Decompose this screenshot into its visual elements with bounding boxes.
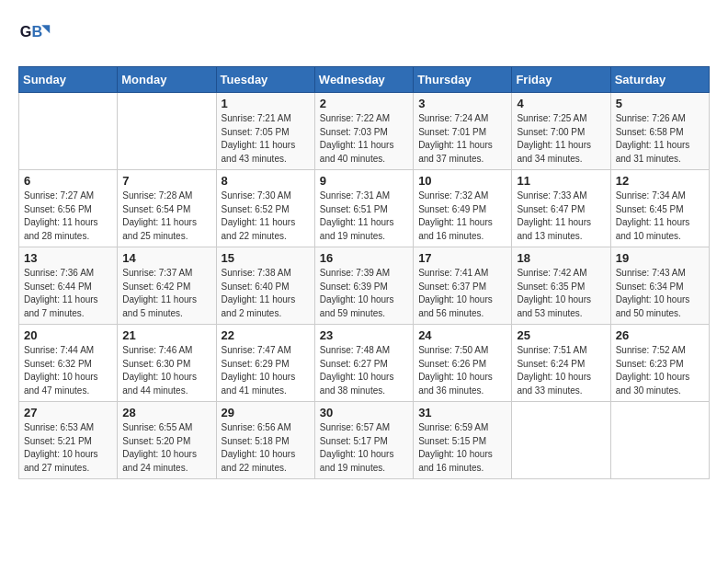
- day-info: Sunrise: 7:31 AM Sunset: 6:51 PM Dayligh…: [320, 190, 408, 243]
- calendar-cell: 23Sunrise: 7:48 AM Sunset: 6:27 PM Dayli…: [314, 325, 413, 402]
- day-info: Sunrise: 7:41 AM Sunset: 6:37 PM Dayligh…: [418, 267, 506, 320]
- day-info: Sunrise: 7:37 AM Sunset: 6:42 PM Dayligh…: [122, 267, 210, 320]
- day-number: 25: [517, 328, 605, 342]
- svg-text:B: B: [31, 23, 42, 40]
- day-number: 1: [222, 97, 310, 110]
- calendar-cell: 16Sunrise: 7:39 AM Sunset: 6:39 PM Dayli…: [314, 247, 413, 325]
- day-number: 27: [24, 406, 112, 419]
- calendar-week-2: 6Sunrise: 7:27 AM Sunset: 6:56 PM Daylig…: [19, 170, 710, 247]
- calendar-week-1: 1Sunrise: 7:21 AM Sunset: 7:05 PM Daylig…: [19, 93, 710, 170]
- calendar-cell: [512, 402, 610, 479]
- calendar-cell: 2Sunrise: 7:22 AM Sunset: 7:03 PM Daylig…: [314, 93, 413, 170]
- calendar-cell: 14Sunrise: 7:37 AM Sunset: 6:42 PM Dayli…: [118, 247, 216, 325]
- day-number: 28: [122, 406, 210, 419]
- day-number: 6: [24, 174, 112, 188]
- day-info: Sunrise: 7:36 AM Sunset: 6:44 PM Dayligh…: [24, 267, 112, 320]
- day-number: 22: [222, 328, 310, 342]
- column-header-friday: Friday: [512, 67, 610, 93]
- day-number: 2: [320, 97, 408, 110]
- day-info: Sunrise: 7:33 AM Sunset: 6:47 PM Dayligh…: [517, 190, 605, 243]
- calendar-cell: 6Sunrise: 7:27 AM Sunset: 6:56 PM Daylig…: [19, 170, 118, 247]
- calendar-cell: 8Sunrise: 7:30 AM Sunset: 6:52 PM Daylig…: [216, 170, 314, 247]
- calendar-cell: 22Sunrise: 7:47 AM Sunset: 6:29 PM Dayli…: [216, 325, 314, 402]
- day-number: 24: [418, 328, 506, 342]
- calendar-cell: 15Sunrise: 7:38 AM Sunset: 6:40 PM Dayli…: [216, 247, 314, 325]
- day-info: Sunrise: 7:30 AM Sunset: 6:52 PM Dayligh…: [222, 190, 310, 243]
- column-header-wednesday: Wednesday: [314, 67, 413, 93]
- day-info: Sunrise: 7:48 AM Sunset: 6:27 PM Dayligh…: [320, 344, 408, 397]
- day-info: Sunrise: 7:51 AM Sunset: 6:24 PM Dayligh…: [517, 344, 605, 397]
- day-number: 19: [616, 251, 704, 265]
- day-number: 26: [616, 328, 704, 342]
- day-number: 7: [122, 174, 210, 188]
- day-number: 15: [222, 251, 310, 265]
- day-number: 12: [616, 174, 704, 188]
- day-number: 14: [122, 251, 210, 265]
- day-info: Sunrise: 7:47 AM Sunset: 6:29 PM Dayligh…: [222, 344, 310, 397]
- day-info: Sunrise: 7:28 AM Sunset: 6:54 PM Dayligh…: [122, 190, 210, 243]
- day-info: Sunrise: 7:21 AM Sunset: 7:05 PM Dayligh…: [222, 112, 310, 166]
- day-number: 8: [222, 174, 310, 188]
- page-header: G B: [18, 18, 710, 52]
- calendar-cell: 26Sunrise: 7:52 AM Sunset: 6:23 PM Dayli…: [610, 325, 709, 402]
- calendar-cell: 21Sunrise: 7:46 AM Sunset: 6:30 PM Dayli…: [118, 325, 216, 402]
- calendar-cell: 7Sunrise: 7:28 AM Sunset: 6:54 PM Daylig…: [118, 170, 216, 247]
- day-info: Sunrise: 7:43 AM Sunset: 6:34 PM Dayligh…: [616, 267, 704, 320]
- calendar-cell: 27Sunrise: 6:53 AM Sunset: 5:21 PM Dayli…: [19, 402, 118, 479]
- day-number: 17: [418, 251, 506, 265]
- day-info: Sunrise: 7:42 AM Sunset: 6:35 PM Dayligh…: [517, 267, 605, 320]
- day-info: Sunrise: 6:55 AM Sunset: 5:20 PM Dayligh…: [122, 421, 210, 475]
- day-number: 30: [320, 406, 408, 419]
- day-number: 20: [24, 328, 112, 342]
- day-info: Sunrise: 7:44 AM Sunset: 6:32 PM Dayligh…: [24, 344, 112, 397]
- column-header-saturday: Saturday: [610, 67, 709, 93]
- calendar-week-4: 20Sunrise: 7:44 AM Sunset: 6:32 PM Dayli…: [19, 325, 710, 402]
- calendar-cell: [19, 93, 118, 170]
- calendar-cell: 12Sunrise: 7:34 AM Sunset: 6:45 PM Dayli…: [610, 170, 709, 247]
- day-number: 9: [320, 174, 408, 188]
- day-info: Sunrise: 7:26 AM Sunset: 6:58 PM Dayligh…: [616, 112, 704, 166]
- day-number: 21: [122, 328, 210, 342]
- calendar-cell: [610, 402, 709, 479]
- calendar-week-3: 13Sunrise: 7:36 AM Sunset: 6:44 PM Dayli…: [19, 247, 710, 325]
- svg-marker-2: [41, 25, 50, 33]
- day-info: Sunrise: 7:34 AM Sunset: 6:45 PM Dayligh…: [616, 190, 704, 243]
- day-info: Sunrise: 7:22 AM Sunset: 7:03 PM Dayligh…: [320, 112, 408, 166]
- calendar-cell: 10Sunrise: 7:32 AM Sunset: 6:49 PM Dayli…: [414, 170, 512, 247]
- day-info: Sunrise: 7:50 AM Sunset: 6:26 PM Dayligh…: [418, 344, 506, 397]
- day-info: Sunrise: 7:27 AM Sunset: 6:56 PM Dayligh…: [24, 190, 112, 243]
- column-header-thursday: Thursday: [414, 67, 512, 93]
- calendar-week-5: 27Sunrise: 6:53 AM Sunset: 5:21 PM Dayli…: [19, 402, 710, 479]
- svg-text:G: G: [20, 23, 32, 40]
- calendar-cell: 19Sunrise: 7:43 AM Sunset: 6:34 PM Dayli…: [610, 247, 709, 325]
- calendar-header-row: SundayMondayTuesdayWednesdayThursdayFrid…: [19, 67, 710, 93]
- day-number: 5: [616, 97, 704, 110]
- day-info: Sunrise: 6:59 AM Sunset: 5:15 PM Dayligh…: [418, 421, 506, 475]
- calendar-cell: 25Sunrise: 7:51 AM Sunset: 6:24 PM Dayli…: [512, 325, 610, 402]
- day-info: Sunrise: 7:46 AM Sunset: 6:30 PM Dayligh…: [122, 344, 210, 397]
- day-number: 10: [418, 174, 506, 188]
- calendar-cell: 4Sunrise: 7:25 AM Sunset: 7:00 PM Daylig…: [512, 93, 610, 170]
- calendar-cell: 31Sunrise: 6:59 AM Sunset: 5:15 PM Dayli…: [414, 402, 512, 479]
- day-number: 29: [222, 406, 310, 419]
- calendar-body: 1Sunrise: 7:21 AM Sunset: 7:05 PM Daylig…: [19, 93, 710, 479]
- column-header-monday: Monday: [118, 67, 216, 93]
- logo: G B: [18, 18, 57, 52]
- calendar-cell: 24Sunrise: 7:50 AM Sunset: 6:26 PM Dayli…: [414, 325, 512, 402]
- calendar-cell: 30Sunrise: 6:57 AM Sunset: 5:17 PM Dayli…: [314, 402, 413, 479]
- day-number: 11: [517, 174, 605, 188]
- day-number: 3: [418, 97, 506, 110]
- day-info: Sunrise: 7:38 AM Sunset: 6:40 PM Dayligh…: [222, 267, 310, 320]
- calendar-table: SundayMondayTuesdayWednesdayThursdayFrid…: [18, 66, 710, 479]
- calendar-cell: 5Sunrise: 7:26 AM Sunset: 6:58 PM Daylig…: [610, 93, 709, 170]
- logo-icon: G B: [18, 18, 51, 52]
- calendar-cell: 11Sunrise: 7:33 AM Sunset: 6:47 PM Dayli…: [512, 170, 610, 247]
- calendar-cell: 13Sunrise: 7:36 AM Sunset: 6:44 PM Dayli…: [19, 247, 118, 325]
- day-info: Sunrise: 7:24 AM Sunset: 7:01 PM Dayligh…: [418, 112, 506, 166]
- column-header-sunday: Sunday: [19, 67, 118, 93]
- calendar-cell: 3Sunrise: 7:24 AM Sunset: 7:01 PM Daylig…: [414, 93, 512, 170]
- calendar-cell: 29Sunrise: 6:56 AM Sunset: 5:18 PM Dayli…: [216, 402, 314, 479]
- day-number: 4: [517, 97, 605, 110]
- calendar-cell: 20Sunrise: 7:44 AM Sunset: 6:32 PM Dayli…: [19, 325, 118, 402]
- day-number: 31: [418, 406, 506, 419]
